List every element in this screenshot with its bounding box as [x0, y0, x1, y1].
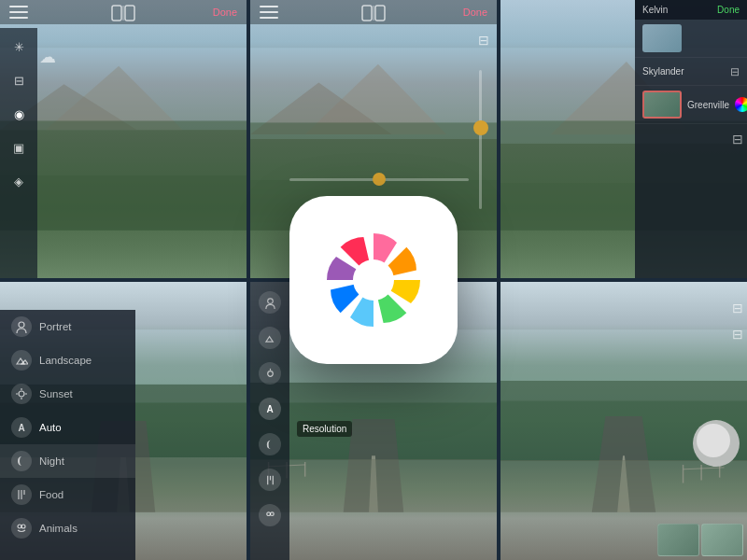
scene-icon-animals-sm[interactable]	[259, 504, 281, 526]
panel-5-ui: A Resolution	[250, 282, 497, 560]
compare-icon-1[interactable]	[110, 4, 136, 22]
food-label: Food	[39, 489, 63, 500]
panel-6-ui: ⊟ ⊟	[500, 282, 747, 560]
svg-marker-53	[265, 336, 272, 342]
menu-icon-1[interactable]	[9, 6, 28, 19]
animals-icon	[11, 518, 32, 539]
svg-rect-7	[125, 6, 134, 21]
auto-icon: A	[11, 417, 32, 438]
thumb-1[interactable]	[657, 524, 699, 556]
scene-icons-strip: A	[250, 282, 289, 560]
panel-top-right: Kelvin Done Skylander ⊟ Greenville	[500, 0, 747, 278]
greenville-label: Greenville	[687, 100, 729, 110]
landscape-icon	[11, 350, 32, 371]
night-icon	[11, 451, 32, 471]
svg-marker-30	[17, 358, 24, 364]
horizontal-slider-track[interactable]	[289, 178, 469, 181]
selection-tool[interactable]: ✳	[7, 35, 30, 58]
sliders-icon-6a[interactable]: ⊟	[732, 301, 743, 315]
scene-icon-food-sm[interactable]	[259, 469, 281, 491]
scene-icon-night-sm[interactable]	[259, 433, 281, 455]
thumb-2[interactable]	[701, 524, 743, 556]
portret-label: Portret	[39, 321, 72, 332]
scene-list-full: Portret Landscape Sunset	[0, 310, 135, 560]
portret-icon	[11, 316, 32, 337]
scene-icon-auto-sm[interactable]: A	[259, 398, 281, 420]
svg-point-40	[18, 525, 21, 528]
svg-point-60	[270, 511, 274, 515]
filter-item-1[interactable]	[635, 20, 747, 58]
svg-rect-6	[112, 6, 121, 21]
panel-2-ui: Done ⊟	[250, 0, 497, 278]
right-sliders-6: ⊟ ⊟	[732, 301, 743, 342]
panel-top-center: Done ⊟	[250, 0, 497, 278]
thumbnail-strip	[657, 524, 743, 556]
night-label: Night	[39, 455, 64, 467]
sliders-icon-2[interactable]: ⊟	[478, 33, 489, 48]
adjust-tool[interactable]: ⊟	[7, 69, 30, 91]
panel-4-ui: Portret Landscape Sunset	[0, 282, 247, 560]
crop-tool[interactable]: ▣	[7, 136, 30, 159]
healing-tool[interactable]: ◈	[7, 170, 30, 192]
skylander-label: Skylander	[642, 63, 684, 80]
panel-bottom-center: A Resolution	[250, 282, 497, 560]
scene-auto[interactable]: A Auto	[0, 411, 135, 444]
animals-label: Animals	[39, 523, 78, 534]
adjust-icons-2: ⊟	[478, 33, 489, 48]
sliders-icon-6b[interactable]: ⊟	[732, 327, 743, 342]
scene-portret[interactable]: Portret	[0, 310, 135, 343]
svg-point-29	[19, 322, 24, 328]
panel-1-ui: Done ✳ ⊟ ◉ ▣ ◈ ☁	[0, 0, 247, 278]
panel-bottom-left: Portret Landscape Sunset	[0, 282, 247, 560]
shutter-inner	[697, 424, 730, 457]
compare-icon-2[interactable]	[360, 4, 387, 22]
filter-item-3[interactable]: Greenville	[635, 86, 747, 124]
horizontal-slider-thumb[interactable]	[373, 173, 386, 186]
filter-list: Kelvin Done Skylander ⊟ Greenville	[635, 0, 747, 278]
cloud-icon: ☁	[39, 47, 56, 67]
panel-bottom-right: ⊟ ⊟	[500, 282, 747, 560]
landscape-label: Landscape	[39, 355, 92, 366]
svg-rect-15	[362, 6, 372, 21]
filter-header: Kelvin Done	[635, 0, 747, 20]
scene-icon-landscape-sm[interactable]	[259, 327, 281, 349]
background-panels: Done ✳ ⊟ ◉ ▣ ◈ ☁	[0, 0, 747, 560]
kelvin-label[interactable]: Kelvin	[642, 5, 668, 15]
svg-point-54	[267, 371, 273, 376]
right-adjust-icon[interactable]: ⊟	[732, 132, 743, 147]
svg-point-41	[21, 525, 25, 528]
done-button-2[interactable]: Done	[463, 7, 487, 18]
shutter-button[interactable]	[693, 420, 740, 467]
resolution-label: Resolution	[297, 421, 352, 437]
done-button-1[interactable]: Done	[213, 7, 237, 18]
filter-thumb-kelvin	[642, 24, 682, 52]
scene-icon-portret-sm[interactable]	[259, 291, 281, 314]
scene-icon-sunset-sm[interactable]	[259, 362, 281, 385]
svg-rect-16	[375, 6, 385, 21]
panel-top-left: Done ✳ ⊟ ◉ ▣ ◈ ☁	[0, 0, 247, 278]
sunset-label: Sunset	[39, 388, 73, 399]
food-icon	[11, 484, 32, 505]
filter-thumb-greenville	[642, 91, 682, 119]
svg-point-32	[19, 391, 24, 397]
scene-food[interactable]: Food	[0, 478, 135, 511]
svg-point-52	[267, 298, 273, 303]
filter-adjust-icon[interactable]: ⊟	[730, 65, 740, 78]
scene-animals[interactable]: Animals	[0, 511, 135, 545]
sidebar-tools-1: ✳ ⊟ ◉ ▣ ◈	[0, 28, 37, 278]
panel-3-ui: Kelvin Done Skylander ⊟ Greenville	[500, 0, 747, 278]
filter-done-btn[interactable]: Done	[717, 5, 740, 15]
spot-tool[interactable]: ◉	[7, 103, 30, 125]
menu-icon-2[interactable]	[260, 6, 278, 19]
scene-night[interactable]: Night	[0, 444, 135, 478]
auto-label: Auto	[39, 422, 62, 433]
vertical-slider-track[interactable]	[479, 70, 482, 209]
filter-item-2[interactable]: Skylander ⊟	[635, 58, 747, 86]
scene-sunset[interactable]: Sunset	[0, 377, 135, 411]
sunset-icon	[11, 384, 32, 404]
vertical-slider-thumb[interactable]	[473, 120, 488, 135]
color-picker-icon[interactable]	[735, 97, 747, 112]
scene-landscape[interactable]: Landscape	[0, 343, 135, 377]
